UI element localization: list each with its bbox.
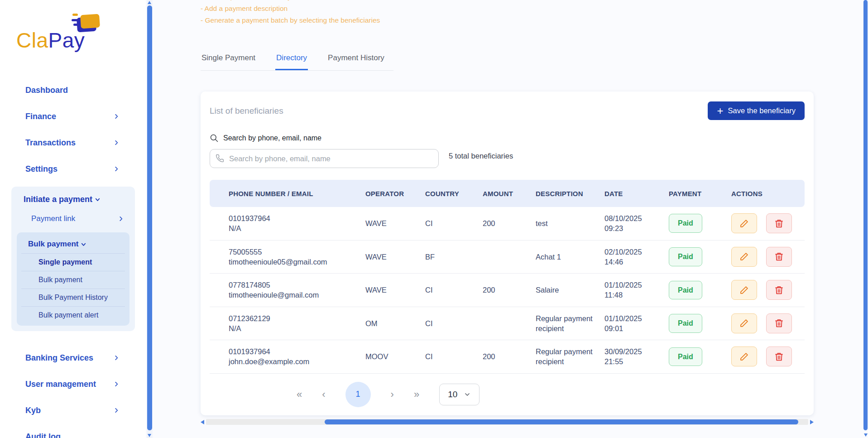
sidebar-item-settings[interactable]: Settings	[0, 156, 146, 182]
scroll-left-arrow[interactable]	[201, 420, 204, 424]
edit-button[interactable]	[731, 347, 757, 366]
trash-icon	[774, 252, 784, 261]
tab-payment-history[interactable]: Payment History	[327, 52, 385, 70]
sidebar-item-bulk-payment-history[interactable]: Bulk Payment History	[21, 289, 125, 306]
sidebar-item-finance[interactable]: Finance	[0, 103, 146, 130]
last-page-button[interactable]: »	[414, 389, 419, 400]
row-operator: OM	[365, 318, 425, 328]
row-time: 21:55	[604, 356, 664, 366]
row-phone: 0101937964	[229, 213, 361, 223]
sidebar-item-initiate-a-payment[interactable]: Initiate a payment	[17, 191, 129, 208]
actions-cell	[731, 213, 805, 233]
edit-button[interactable]	[731, 280, 757, 300]
payment-cell: Paid	[669, 347, 731, 366]
window-scroll-down-arrow[interactable]	[864, 433, 868, 437]
edit-button[interactable]	[731, 213, 757, 233]
edit-button[interactable]	[731, 247, 757, 267]
sidebar-scrollbar[interactable]	[147, 0, 153, 438]
horizontal-scrollbar[interactable]	[201, 419, 814, 425]
sidebar-item-user-management[interactable]: User management	[0, 371, 146, 397]
chevron-right-icon	[113, 355, 120, 361]
column-header: PAYMENT	[669, 190, 731, 197]
chevron-right-icon	[113, 140, 120, 146]
scroll-down-arrow[interactable]	[148, 434, 151, 437]
delete-button[interactable]	[766, 313, 792, 333]
sidebar-item-single-payment[interactable]: Single payment	[21, 253, 125, 271]
row-phone: 0778174805	[229, 280, 361, 290]
sidebar-scrollbar-thumb[interactable]	[147, 5, 152, 430]
scroll-up-arrow[interactable]	[148, 1, 151, 4]
delete-button[interactable]	[766, 247, 792, 267]
sidebar-item-audit-log[interactable]: Audit log	[0, 424, 146, 438]
date-cell: 01/10/2025 11:48	[604, 280, 669, 300]
sidebar-item-transactions[interactable]: Transactions	[0, 130, 146, 156]
sidebar-item-kyb[interactable]: Kyb	[0, 397, 146, 424]
delete-button[interactable]	[766, 280, 792, 300]
sidebar-item-bulk-payment[interactable]: Bulk payment	[21, 271, 125, 289]
trash-icon	[774, 219, 784, 228]
phone-email-cell: 75005555 timotheenioule05@gmail.com	[229, 247, 365, 267]
previous-page-button[interactable]: ‹	[322, 389, 325, 400]
date-cell: 30/09/2025 21:55	[604, 347, 669, 367]
payment-cell: Paid	[669, 214, 731, 233]
row-country: CI	[425, 318, 483, 328]
pagination: « ‹ 1 › » 10	[210, 382, 805, 407]
delete-button[interactable]	[766, 213, 792, 233]
paid-badge: Paid	[669, 214, 702, 233]
row-country: CI	[425, 218, 483, 228]
chevron-right-icon	[113, 166, 120, 172]
search-input[interactable]	[210, 149, 439, 168]
tab-directory[interactable]: Directory	[275, 52, 308, 70]
panel-title: List of beneficiaries	[210, 106, 283, 116]
scroll-right-arrow[interactable]	[810, 420, 814, 424]
row-amount: 200	[483, 218, 536, 228]
delete-button[interactable]	[766, 347, 792, 366]
chevron-down-icon	[464, 391, 471, 398]
date-cell: 02/10/2025 14:46	[604, 247, 669, 267]
first-page-button[interactable]: «	[297, 389, 302, 400]
table-row: 0712362129 N/A OM CI Regular payment rec…	[210, 307, 805, 341]
total-beneficiaries-text: 5 total beneficiaries	[449, 149, 513, 160]
instruction-line: - Generate a payment batch by selecting …	[201, 14, 814, 26]
row-date: 30/09/2025	[604, 347, 664, 356]
row-time: 14:46	[604, 257, 664, 267]
row-description: Achat 1	[536, 252, 604, 262]
pencil-icon	[739, 219, 749, 228]
sidebar-item-dashboard[interactable]: Dashboard	[0, 77, 146, 103]
save-beneficiary-button[interactable]: + Save the beneficiary	[708, 101, 805, 120]
table-row: 75005555 timotheenioule05@gmail.com WAVE…	[210, 241, 805, 274]
next-page-button[interactable]: ›	[391, 389, 394, 400]
table-header-row: PHONE NUMBER / EMAIL OPERATOR COUNTRY AM…	[210, 180, 805, 207]
tab-bar: Single Payment Directory Payment History	[201, 52, 393, 71]
column-header: PHONE NUMBER / EMAIL	[229, 190, 365, 197]
horizontal-scrollbar-track[interactable]	[206, 419, 808, 425]
page-number-button[interactable]: 1	[345, 382, 371, 407]
page-size-select[interactable]: 10	[439, 384, 480, 405]
row-email: timotheenioule05@gmail.com	[229, 257, 361, 267]
sidebar-item-banking-services[interactable]: Banking Services	[0, 345, 146, 371]
window-scrollbar-thumb[interactable]	[863, 0, 868, 430]
row-email: john.doe@example.com	[229, 356, 361, 366]
plus-icon: +	[717, 107, 723, 115]
row-country: BF	[425, 252, 483, 262]
save-button-label: Save the beneficiary	[728, 106, 796, 115]
trash-icon	[774, 318, 784, 328]
row-description: Regular payment recipient	[536, 347, 604, 367]
beneficiaries-panel: List of beneficiaries + Save the benefic…	[201, 91, 814, 415]
paid-badge: Paid	[669, 347, 702, 366]
sidebar-item-bulk-payment-alert[interactable]: Bulk payment alert	[21, 306, 125, 324]
horizontal-scrollbar-thumb[interactable]	[325, 419, 798, 424]
sidebar-item-label: User management	[25, 380, 96, 389]
sidebar-item-bulk-payment-group[interactable]: Bulk payment	[21, 236, 125, 253]
tab-single-payment[interactable]: Single Payment	[201, 52, 256, 70]
phone-email-cell: 0101937964 N/A	[229, 213, 365, 234]
sidebar-item-label: Bulk payment	[28, 240, 78, 249]
edit-button[interactable]	[731, 313, 757, 333]
row-email: timotheenioule@gmail.com	[229, 290, 361, 300]
date-cell: 08/10/2025 09:23	[604, 213, 669, 234]
actions-cell	[731, 313, 805, 333]
sidebar-item-payment-link[interactable]: Payment link	[17, 208, 129, 230]
actions-cell	[731, 280, 805, 300]
row-operator: WAVE	[365, 252, 425, 262]
table-row: 0778174805 timotheenioule@gmail.com WAVE…	[210, 274, 805, 307]
